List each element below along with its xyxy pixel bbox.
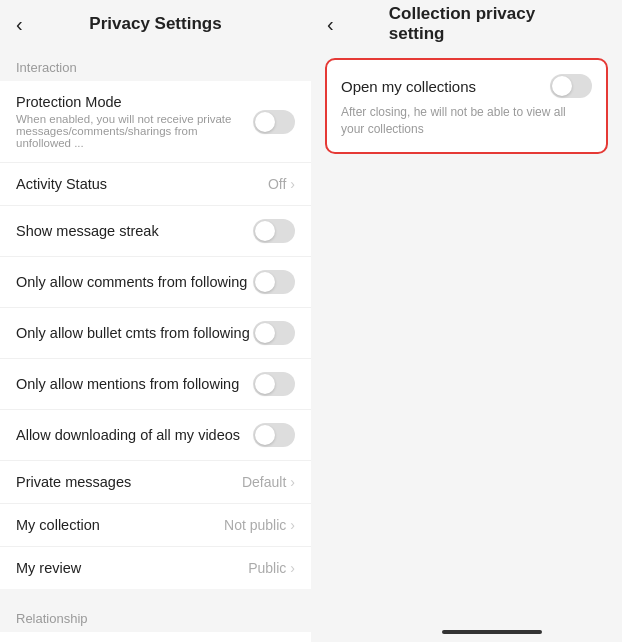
private-messages-chevron: › bbox=[290, 474, 295, 490]
my-review-label: My review bbox=[16, 560, 248, 576]
my-review-row[interactable]: My review Public › bbox=[0, 547, 311, 589]
card-desc: After closing, he will not be able to vi… bbox=[341, 104, 592, 138]
protection-mode-row[interactable]: Protection Mode When enabled, you will n… bbox=[0, 81, 311, 163]
right-panel: ‹ Collection privacy setting Open my col… bbox=[311, 0, 622, 642]
protection-mode-label: Protection Mode bbox=[16, 94, 253, 110]
private-messages-row[interactable]: Private messages Default › bbox=[0, 461, 311, 504]
card-title: Open my collections bbox=[341, 78, 476, 95]
my-collection-chevron: › bbox=[290, 517, 295, 533]
allow-downloading-label: Allow downloading of all my videos bbox=[16, 427, 253, 443]
only-allow-mentions-toggle-thumb bbox=[255, 374, 275, 394]
only-allow-mentions-row[interactable]: Only allow mentions from following bbox=[0, 359, 311, 410]
protection-mode-toggle-thumb bbox=[255, 112, 275, 132]
show-message-streak-row[interactable]: Show message streak bbox=[0, 206, 311, 257]
open-collections-toggle-thumb bbox=[552, 76, 572, 96]
interaction-section-label: Interaction bbox=[0, 48, 311, 81]
open-collections-toggle[interactable] bbox=[550, 74, 592, 98]
only-allow-comments-label: Only allow comments from following bbox=[16, 274, 253, 290]
activity-status-row[interactable]: Activity Status Off › bbox=[0, 163, 311, 206]
only-allow-comments-toggle[interactable] bbox=[253, 270, 295, 294]
right-header: ‹ Collection privacy setting bbox=[311, 0, 622, 48]
my-review-chevron: › bbox=[290, 560, 295, 576]
my-collection-value: Not public bbox=[224, 517, 286, 533]
card-title-row: Open my collections bbox=[341, 74, 592, 98]
my-review-value: Public bbox=[248, 560, 286, 576]
allow-downloading-row[interactable]: Allow downloading of all my videos bbox=[0, 410, 311, 461]
only-allow-mentions-toggle[interactable] bbox=[253, 372, 295, 396]
relationship-section-label: Relationship bbox=[0, 599, 311, 632]
right-panel-title: Collection privacy setting bbox=[389, 4, 545, 44]
show-message-streak-toggle[interactable] bbox=[253, 219, 295, 243]
protection-mode-label-wrap: Protection Mode When enabled, you will n… bbox=[16, 94, 253, 149]
only-allow-bullet-cmts-toggle[interactable] bbox=[253, 321, 295, 345]
private-messages-label: Private messages bbox=[16, 474, 242, 490]
left-panel: ‹ Privacy Settings Interaction Protectio… bbox=[0, 0, 311, 642]
show-message-streak-toggle-thumb bbox=[255, 221, 275, 241]
ways-to-find-me-row[interactable]: Ways to find me › bbox=[0, 632, 311, 642]
open-collections-card: Open my collections After closing, he wi… bbox=[325, 58, 608, 154]
left-back-button[interactable]: ‹ bbox=[16, 14, 23, 34]
only-allow-bullet-cmts-toggle-thumb bbox=[255, 323, 275, 343]
only-allow-mentions-label: Only allow mentions from following bbox=[16, 376, 253, 392]
home-indicator bbox=[442, 630, 542, 634]
allow-downloading-toggle[interactable] bbox=[253, 423, 295, 447]
activity-status-label: Activity Status bbox=[16, 176, 268, 192]
left-header: ‹ Privacy Settings bbox=[0, 0, 311, 48]
only-allow-comments-row[interactable]: Only allow comments from following bbox=[0, 257, 311, 308]
only-allow-bullet-cmts-label: Only allow bullet cmts from following bbox=[16, 325, 253, 341]
relationship-group: Ways to find me › Following/Follower Lis… bbox=[0, 632, 311, 642]
interaction-group: Protection Mode When enabled, you will n… bbox=[0, 81, 311, 589]
protection-mode-toggle[interactable] bbox=[253, 110, 295, 134]
protection-mode-sublabel: When enabled, you will not receive priva… bbox=[16, 113, 253, 149]
only-allow-comments-toggle-thumb bbox=[255, 272, 275, 292]
my-collection-label: My collection bbox=[16, 517, 224, 533]
group-divider bbox=[0, 589, 311, 599]
private-messages-value: Default bbox=[242, 474, 286, 490]
show-message-streak-label: Show message streak bbox=[16, 223, 253, 239]
activity-status-chevron: › bbox=[290, 176, 295, 192]
left-panel-title: Privacy Settings bbox=[89, 14, 221, 34]
my-collection-row[interactable]: My collection Not public › bbox=[0, 504, 311, 547]
activity-status-value: Off bbox=[268, 176, 286, 192]
allow-downloading-toggle-thumb bbox=[255, 425, 275, 445]
right-back-button[interactable]: ‹ bbox=[327, 14, 334, 34]
only-allow-bullet-cmts-row[interactable]: Only allow bullet cmts from following bbox=[0, 308, 311, 359]
